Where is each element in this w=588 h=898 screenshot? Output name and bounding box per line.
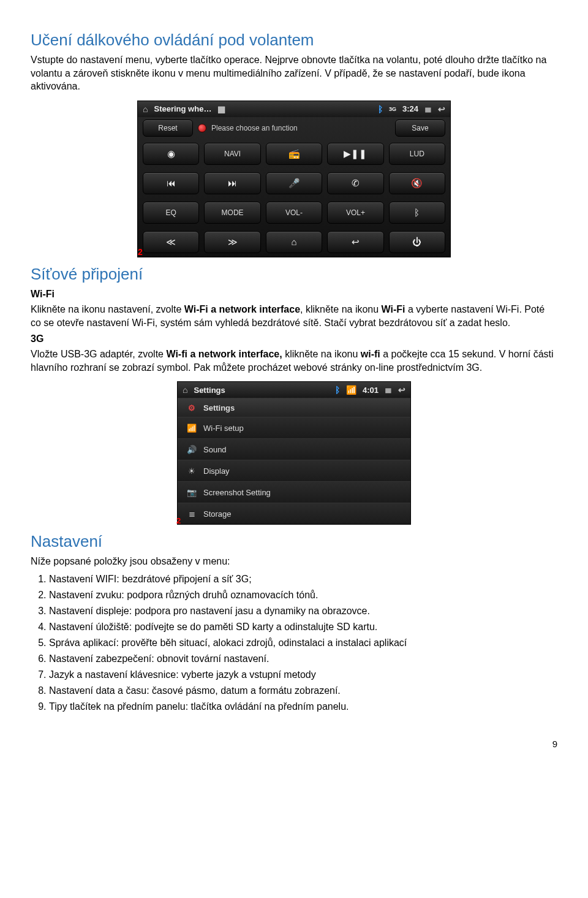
home-icon: ⌂ xyxy=(143,104,148,114)
eq-button[interactable]: EQ xyxy=(143,202,199,224)
settings-item-screenshot[interactable]: 📷 Screenshot Setting xyxy=(178,481,410,503)
settings-list: ⚙ Settings 📶 Wi-Fi setup 🔊 Sound ☀ Displ… xyxy=(178,398,410,524)
status-bar-2: ⌂ Settings ᛒ 📶 4:01 ≣ ↩ xyxy=(178,382,410,398)
return-icon: ↩ xyxy=(438,104,445,114)
back-button[interactable]: ↩ xyxy=(327,231,383,253)
g3-paragraph: Vložte USB-3G adaptér, zvolte Wi-fi a ne… xyxy=(31,348,557,374)
home-icon: ⌂ xyxy=(183,385,187,395)
next-track-icon: ⏭ xyxy=(228,178,237,188)
red-page-badge-2: 2 xyxy=(176,516,181,525)
top-controls: Reset Please choose an function Save xyxy=(138,117,450,139)
list-item: Nastavení displeje: podpora pro nastaven… xyxy=(49,604,557,618)
status-time-2: 4:01 xyxy=(363,386,379,395)
save-button[interactable]: Save xyxy=(395,120,445,137)
list-item: Nastavení WIFI: bezdrátové připojení a s… xyxy=(49,572,557,587)
bt-button[interactable]: ᛒ xyxy=(389,202,445,224)
home-button[interactable]: ⌂ xyxy=(266,231,322,253)
instruction-label: Please choose an function xyxy=(198,124,390,132)
record-icon xyxy=(198,124,206,132)
instruction-text: Please choose an function xyxy=(211,124,298,132)
mute-button[interactable]: 🔇 xyxy=(389,172,445,194)
display-item-icon: ☀ xyxy=(186,466,197,476)
steering-wheel-device-screenshot: ⌂ Steering whe… ▦ ᛒ 3G 3:24 ≣ ↩ Reset Pl… xyxy=(137,101,451,257)
play-pause-button[interactable]: ▶❚❚ xyxy=(327,143,383,165)
house-icon: ⌂ xyxy=(291,237,296,247)
list-item: Nastavení úložiště: podívejte se do pamě… xyxy=(49,620,557,634)
mic-icon: 🎤 xyxy=(288,178,300,189)
power-icon: ⏻ xyxy=(412,237,421,247)
next-track-button[interactable]: ⏭ xyxy=(204,172,260,194)
settings-header: ⚙ Settings xyxy=(178,398,410,417)
sound-item-icon: 🔊 xyxy=(186,445,197,454)
heading-settings: Nastavení xyxy=(31,532,557,551)
radio-icon-button[interactable]: ◉ xyxy=(143,143,199,165)
double-left-icon: ≪ xyxy=(166,237,176,248)
reset-button[interactable]: Reset xyxy=(143,120,193,137)
list-icon: ≣ xyxy=(424,104,432,114)
settings-item-label: Wi-Fi setup xyxy=(203,424,244,433)
fm-icon: 📻 xyxy=(288,148,300,159)
phone-icon: ✆ xyxy=(352,178,360,189)
gear-icon: ⚙ xyxy=(186,403,197,413)
mode-button[interactable]: MODE xyxy=(204,202,260,224)
list-item: Nastavení zabezpečení: obnovit tovární n… xyxy=(49,652,557,666)
settings-item-sound[interactable]: 🔊 Sound xyxy=(178,438,410,460)
list-item: Nastavení data a času: časové pásmo, dat… xyxy=(49,683,557,698)
return-icon: ↩ xyxy=(398,385,405,395)
settings-item-storage[interactable]: ≣ Storage xyxy=(178,503,410,524)
fwd-10-button[interactable]: ≫ xyxy=(204,231,260,253)
status-title-2: Settings xyxy=(194,386,225,395)
fm-icon-button[interactable]: 📻 xyxy=(266,143,322,165)
list-item: Tipy tlačítek na předním panelu: tlačítk… xyxy=(49,699,557,714)
heading-network: Síťové připojení xyxy=(31,265,557,284)
list-icon: ≣ xyxy=(385,385,392,395)
btn-row-5: ≪ ≫ ⌂ ↩ ⏻ xyxy=(138,227,450,257)
settings-item-label: Storage xyxy=(203,509,232,519)
list-item: Jazyk a nastavení klávesnice: vyberte ja… xyxy=(49,668,557,682)
status-title: Steering whe… xyxy=(154,104,211,113)
list-item: Správa aplikací: prověřte běh situací, a… xyxy=(49,636,557,650)
lud-button[interactable]: LUD xyxy=(389,143,445,165)
btn-row-2: ◉ NAVI 📻 ▶❚❚ LUD xyxy=(138,139,450,169)
btn-row-3: ⏮ ⏭ 🎤 ✆ 🔇 xyxy=(138,169,450,198)
mute-icon: 🔇 xyxy=(411,178,423,189)
status-time: 3:24 xyxy=(402,104,418,113)
status-bar: ⌂ Steering whe… ▦ ᛒ 3G 3:24 ≣ ↩ xyxy=(138,101,450,117)
storage-item-icon: ≣ xyxy=(186,509,197,519)
double-right-icon: ≫ xyxy=(228,237,238,248)
btn-row-4: EQ MODE VOL- VOL+ ᛒ xyxy=(138,198,450,227)
phone-button[interactable]: ✆ xyxy=(327,172,383,194)
steering-paragraph: Vstupte do nastavení menu, vyberte tlačí… xyxy=(31,53,557,93)
list-item: Nastavení zvuku: podpora různých druhů o… xyxy=(49,588,557,603)
knob-icon: ◉ xyxy=(167,148,175,159)
vol-minus-button[interactable]: VOL- xyxy=(266,202,322,224)
settings-intro: Níže popsané položky jsou obsaženy v men… xyxy=(31,555,557,568)
back-10-button[interactable]: ≪ xyxy=(143,231,199,253)
vol-plus-button[interactable]: VOL+ xyxy=(327,202,383,224)
play-pause-icon: ▶❚❚ xyxy=(344,148,367,159)
settings-device-screenshot: ⌂ Settings ᛒ 📶 4:01 ≣ ↩ ⚙ Settings 📶 Wi-… xyxy=(177,381,411,525)
network-3g-icon: 3G xyxy=(389,106,396,112)
wifi-paragraph: Klikněte na ikonu nastavení, zvolte Wi-F… xyxy=(31,303,557,329)
navi-button[interactable]: NAVI xyxy=(204,143,260,165)
settings-item-label: Screenshot Setting xyxy=(203,488,271,497)
red-page-badge: 2 xyxy=(138,247,143,257)
prev-track-icon: ⏮ xyxy=(167,178,176,188)
wifi-icon: 📶 xyxy=(346,385,356,395)
power-button[interactable]: ⏻ xyxy=(389,231,445,253)
g3-subheading: 3G xyxy=(31,332,557,346)
settings-item-display[interactable]: ☀ Display xyxy=(178,460,410,481)
grid-icon: ▦ xyxy=(217,104,225,114)
back-arrow-icon: ↩ xyxy=(352,237,360,248)
voice-button[interactable]: 🎤 xyxy=(266,172,322,194)
settings-item-label: Sound xyxy=(203,445,227,454)
settings-list-ol: Nastavení WIFI: bezdrátové připojení a s… xyxy=(49,572,557,714)
page-number: 9 xyxy=(31,739,557,749)
prev-track-button[interactable]: ⏮ xyxy=(143,172,199,194)
settings-header-label: Settings xyxy=(203,403,235,413)
settings-item-label: Display xyxy=(203,466,230,476)
wifi-item-icon: 📶 xyxy=(186,424,197,433)
bluetooth-btn-icon: ᛒ xyxy=(414,207,420,218)
settings-item-wifi[interactable]: 📶 Wi-Fi setup xyxy=(178,417,410,438)
bluetooth-icon: ᛒ xyxy=(378,104,383,114)
